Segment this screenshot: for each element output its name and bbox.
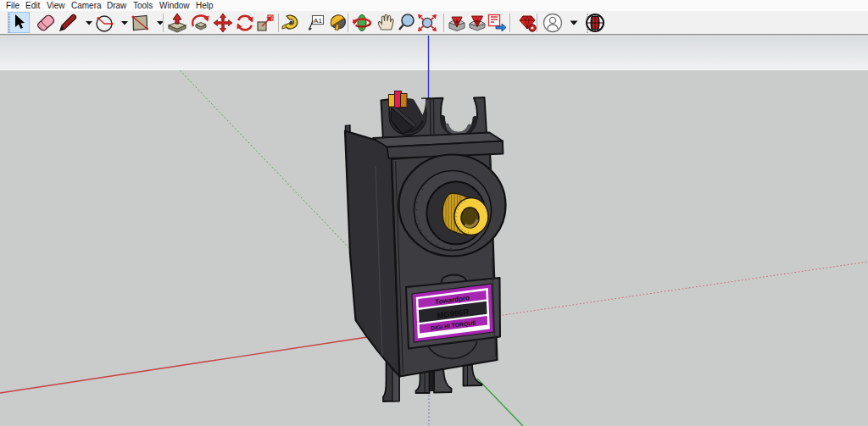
svg-text:A1: A1 <box>314 17 322 25</box>
